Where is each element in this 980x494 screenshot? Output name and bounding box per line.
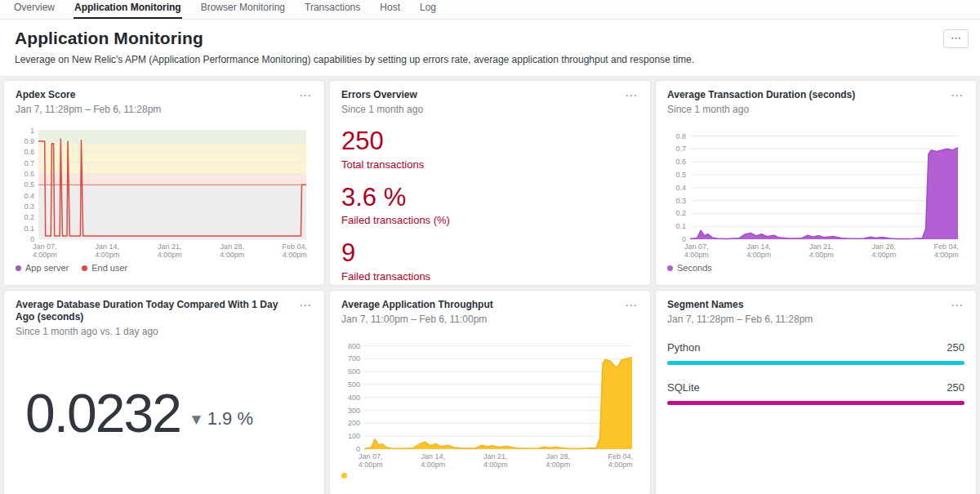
svg-text:100: 100 — [348, 432, 360, 440]
panel-errors-overview: Errors Overview Since 1 month ago ⋯ 250 … — [329, 80, 651, 286]
segment-row-sqlite: SQLite 250 — [667, 381, 964, 405]
stat-value: 3.6 % — [341, 185, 639, 211]
page-description: Leverage on New Relic's APM (Application… — [15, 54, 965, 65]
legend-dot — [16, 265, 21, 271]
panel-menu-button[interactable]: ⋯ — [949, 89, 964, 101]
panel-title: Average Transaction Duration (seconds) — [667, 89, 862, 101]
svg-text:600: 600 — [348, 367, 360, 376]
throughput-area-chart: 0100200300400500600700800Jan 07,4:00pmJa… — [341, 333, 639, 470]
panel-menu-button[interactable]: ⋯ — [297, 89, 313, 101]
segment-label: Python — [667, 341, 700, 354]
metric-value: 0.0232 — [25, 386, 180, 440]
legend-item-seconds[interactable]: Seconds — [667, 263, 712, 273]
svg-text:200: 200 — [348, 419, 360, 427]
chart-legend: Seconds — [667, 263, 964, 273]
panel-title: Segment Names — [667, 299, 813, 311]
panel-avg-transaction-duration: Average Transaction Duration (seconds) S… — [655, 80, 977, 286]
panel-title: Errors Overview — [341, 89, 424, 101]
panel-subtitle: Jan 7, 11:00pm – Feb 6, 11:00pm — [341, 314, 500, 325]
segment-list: Python 250 SQLite 250 — [667, 341, 964, 405]
error-stats: 250 Total transactions 3.6 % Failed tran… — [341, 128, 639, 283]
svg-text:4:00pm: 4:00pm — [359, 461, 383, 469]
svg-text:400: 400 — [348, 394, 360, 402]
metric-delta: ▼ 1.9 % — [189, 408, 253, 429]
tab-transactions[interactable]: Transactions — [304, 0, 361, 19]
page-title: Application Monitoring — [15, 29, 965, 48]
panel-avg-application-throughput: Average Application Throughput Jan 7, 11… — [329, 290, 651, 494]
page-header: Application Monitoring Leverage on New R… — [0, 20, 980, 77]
svg-text:4:00pm: 4:00pm — [934, 251, 959, 259]
tab-log[interactable]: Log — [419, 0, 437, 19]
tab-application-monitoring[interactable]: Application Monitoring — [74, 0, 182, 19]
panel-subtitle: Jan 7, 11:28pm – Feb 6, 11:28pm — [16, 104, 161, 115]
svg-text:0.3: 0.3 — [675, 197, 686, 205]
svg-text:1: 1 — [30, 127, 34, 135]
db-duration-billboard: 0.0232 ▼ 1.9 % — [25, 386, 313, 440]
panel-apdex-score: Apdex Score Jan 7, 11:28pm – Feb 6, 11:2… — [3, 80, 325, 286]
panel-menu-button[interactable]: ⋯ — [297, 299, 313, 311]
svg-text:0.2: 0.2 — [24, 213, 34, 221]
svg-text:Jan 28,: Jan 28, — [220, 243, 245, 251]
svg-text:0.4: 0.4 — [675, 184, 686, 192]
svg-text:0.3: 0.3 — [24, 202, 34, 211]
legend-item-end-user[interactable]: End user — [82, 263, 127, 273]
svg-text:0.4: 0.4 — [24, 192, 34, 200]
panel-menu-button[interactable]: ⋯ — [949, 299, 964, 311]
svg-text:4:00pm: 4:00pm — [220, 251, 244, 259]
tab-browser-monitoring[interactable]: Browser Monitoring — [200, 0, 286, 19]
svg-text:Jan 07,: Jan 07, — [684, 243, 709, 251]
svg-text:0.7: 0.7 — [675, 145, 686, 153]
svg-text:Jan 21,: Jan 21, — [158, 243, 182, 251]
svg-text:0.7: 0.7 — [24, 159, 34, 167]
svg-text:4:00pm: 4:00pm — [283, 251, 307, 259]
legend-item-throughput[interactable] — [341, 473, 351, 478]
legend-dot — [667, 265, 673, 271]
svg-text:4:00pm: 4:00pm — [871, 251, 896, 259]
panel-subtitle: Jan 7, 11:28pm – Feb 6, 11:28pm — [667, 314, 813, 325]
svg-text:4:00pm: 4:00pm — [684, 251, 709, 259]
legend-label: Seconds — [677, 263, 712, 273]
dashboard-page: Overview Application Monitoring Browser … — [0, 0, 980, 494]
legend-label: App server — [25, 263, 69, 273]
svg-text:Jan 07,: Jan 07, — [33, 243, 57, 251]
tab-host[interactable]: Host — [379, 0, 401, 19]
top-nav: Overview Application Monitoring Browser … — [0, 0, 980, 20]
svg-text:Jan 28,: Jan 28, — [872, 243, 897, 251]
svg-text:4:00pm: 4:00pm — [546, 461, 570, 469]
svg-text:500: 500 — [348, 381, 360, 389]
panel-segment-names: Segment Names Jan 7, 11:28pm – Feb 6, 11… — [655, 290, 977, 494]
legend-item-app-server[interactable]: App server — [16, 263, 69, 273]
svg-text:800: 800 — [348, 342, 360, 350]
stat-failed-transactions-pct: 3.6 % Failed transactions (%) — [341, 185, 639, 227]
svg-text:4:00pm: 4:00pm — [33, 251, 57, 259]
panel-menu-button[interactable]: ⋯ — [623, 299, 639, 311]
chart-legend: App server End user — [16, 263, 313, 273]
apdex-line-chart: 00.10.20.30.40.50.60.70.80.91Jan 07,4:00… — [16, 123, 313, 260]
svg-text:300: 300 — [348, 407, 360, 415]
svg-text:Feb 04,: Feb 04, — [608, 452, 634, 461]
tab-overview[interactable]: Overview — [13, 0, 56, 19]
panel-subtitle: Since 1 month ago — [341, 104, 424, 115]
stat-label: Total transactions — [341, 158, 639, 171]
panel-menu-button[interactable]: ⋯ — [623, 89, 639, 101]
svg-text:4:00pm: 4:00pm — [421, 461, 445, 469]
panel-title: Apdex Score — [16, 89, 161, 101]
panel-subtitle: Since 1 month ago vs. 1 day ago — [16, 326, 297, 337]
svg-text:4:00pm: 4:00pm — [483, 461, 508, 469]
svg-text:0.8: 0.8 — [24, 148, 34, 156]
stat-failed-transactions: 9 Failed transactions — [341, 240, 639, 283]
legend-dot — [341, 473, 347, 478]
svg-text:4:00pm: 4:00pm — [746, 251, 771, 259]
segment-bar — [667, 361, 964, 365]
svg-text:0.1: 0.1 — [675, 222, 686, 230]
svg-text:0.2: 0.2 — [675, 209, 686, 217]
segment-value: 250 — [947, 381, 964, 394]
svg-text:0.6: 0.6 — [24, 170, 34, 178]
transaction-duration-area-chart: 00.10.20.30.40.50.60.70.8Jan 07,4:00pmJa… — [667, 123, 964, 260]
legend-dot — [82, 265, 87, 271]
svg-text:Jan 21,: Jan 21, — [809, 243, 834, 251]
svg-text:0.5: 0.5 — [24, 180, 34, 189]
stat-label: Failed transactions (%) — [341, 214, 639, 226]
panel-subtitle: Since 1 month ago — [667, 104, 862, 115]
page-overflow-menu-button[interactable]: ⋯ — [943, 29, 969, 48]
